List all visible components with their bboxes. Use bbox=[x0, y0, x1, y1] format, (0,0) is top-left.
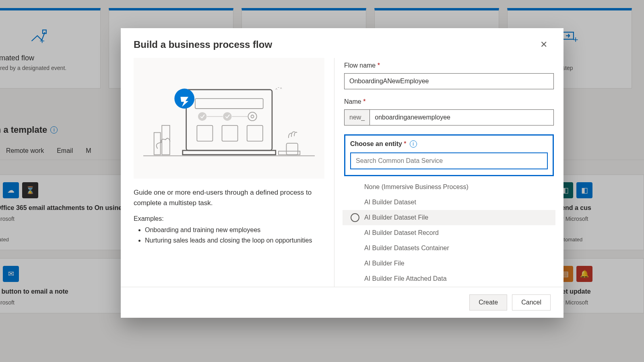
entity-option[interactable]: AI Builder Dataset Record bbox=[343, 225, 555, 241]
entity-option[interactable]: AI Builder File bbox=[343, 256, 555, 271]
svg-rect-18 bbox=[162, 125, 170, 155]
entity-field-highlight: Choose an entity * i bbox=[344, 134, 554, 176]
build-bpf-modal: Build a business process flow ✕ bbox=[121, 28, 564, 318]
modal-left-pane: Guide one or more end-users through a de… bbox=[121, 58, 334, 287]
svg-rect-15 bbox=[222, 125, 237, 141]
close-icon[interactable]: ✕ bbox=[537, 38, 551, 51]
example-item: Nurturing sales leads and closing the lo… bbox=[145, 235, 324, 246]
example-item: Onboarding and training new employees bbox=[145, 225, 324, 235]
entity-option[interactable]: None (Immersive Business Process) bbox=[343, 179, 555, 195]
modal-form-pane: Flow name * Name * new_ Choose an entity… bbox=[334, 58, 564, 287]
entity-option[interactable]: AI Builder File Attached Data bbox=[343, 271, 555, 286]
svg-point-10 bbox=[248, 112, 256, 121]
name-input[interactable] bbox=[369, 109, 554, 125]
flow-name-label: Flow name * bbox=[344, 62, 554, 69]
entity-option[interactable]: AI Builder Dataset bbox=[343, 195, 555, 210]
entity-search-input[interactable] bbox=[350, 152, 548, 169]
svg-rect-16 bbox=[247, 125, 262, 141]
illustration bbox=[134, 58, 324, 179]
flow-name-input[interactable] bbox=[344, 73, 554, 89]
name-prefix: new_ bbox=[344, 109, 369, 125]
name-label: Name * bbox=[344, 98, 554, 105]
svg-rect-14 bbox=[197, 125, 213, 141]
examples-list: Onboarding and training new employees Nu… bbox=[134, 225, 324, 245]
svg-rect-19 bbox=[286, 143, 297, 154]
svg-rect-20 bbox=[279, 151, 300, 155]
svg-rect-7 bbox=[195, 99, 263, 109]
entity-label: Choose an entity * bbox=[350, 140, 407, 148]
entity-dropdown: None (Immersive Business Process) AI Bui… bbox=[343, 179, 555, 286]
entity-option[interactable]: AI Builder Datasets Container bbox=[343, 241, 555, 256]
svg-point-8 bbox=[198, 112, 206, 121]
svg-rect-5 bbox=[182, 150, 275, 155]
modal-title: Build a business process flow bbox=[134, 39, 272, 50]
svg-point-9 bbox=[223, 112, 231, 121]
modal-description: Guide one or more end-users through a de… bbox=[134, 187, 324, 208]
svg-point-11 bbox=[251, 115, 254, 118]
entity-option[interactable]: AI Builder Dataset File bbox=[343, 210, 555, 225]
examples-heading: Examples: bbox=[134, 215, 324, 222]
create-button[interactable]: Create bbox=[469, 294, 507, 311]
info-icon[interactable]: i bbox=[410, 140, 417, 148]
cancel-button[interactable]: Cancel bbox=[512, 294, 551, 311]
